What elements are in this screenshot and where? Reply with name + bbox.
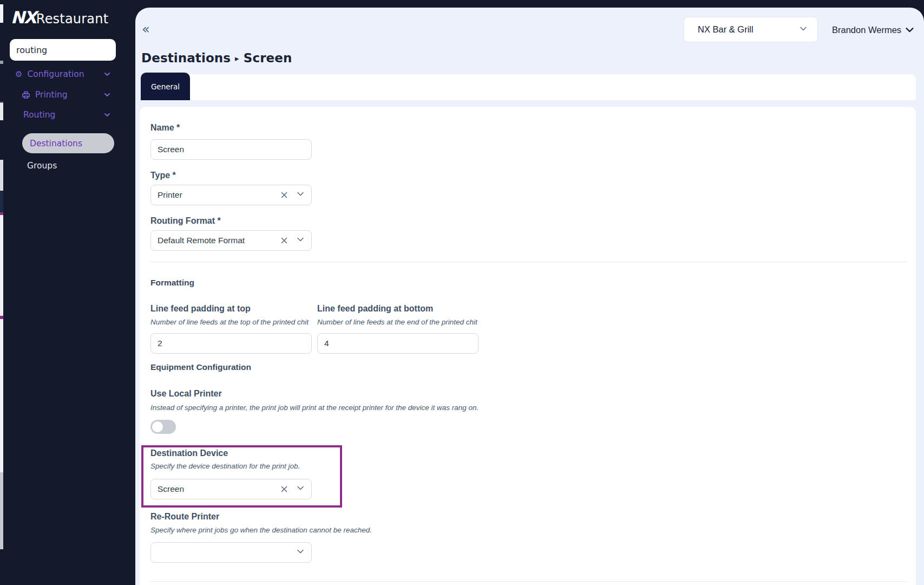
section-divider: [150, 262, 907, 262]
background-page-sliver: [0, 472, 3, 549]
background-page-sliver: [0, 215, 3, 316]
chevron-down-icon[interactable]: [296, 547, 305, 558]
sidebar: NXRestaurant ⚙ Configuration Printing Ro…: [0, 0, 135, 585]
line-feed-bottom-help: Number of line feeds at the end of the p…: [317, 318, 477, 326]
chevron-down-icon: [103, 70, 111, 80]
line-feed-bottom-label: Line feed padding at bottom: [317, 304, 433, 314]
tab-general[interactable]: General: [141, 73, 190, 100]
section-divider: [150, 581, 907, 582]
reroute-printer-select[interactable]: [150, 542, 312, 563]
printer-icon: [22, 90, 30, 99]
tab-label: General: [151, 82, 180, 91]
line-feed-top-help: Number of line feeds at the top of the p…: [150, 318, 309, 326]
sidebar-item-groups[interactable]: Groups: [27, 161, 57, 171]
toggle-knob: [152, 421, 163, 432]
sidebar-item-destinations[interactable]: Destinations: [22, 133, 114, 153]
use-local-printer-toggle[interactable]: [150, 420, 176, 434]
sidebar-item-label: Routing: [23, 110, 55, 120]
sidebar-item-printing[interactable]: Printing: [22, 88, 111, 102]
destination-device-select-value: Screen: [158, 484, 280, 494]
reroute-printer-help: Specify where print jobs go when the des…: [150, 526, 372, 534]
background-page-sliver: [0, 61, 3, 64]
routing-format-select[interactable]: Default Remote Format: [150, 230, 312, 251]
user-name: Brandon Wermes: [832, 25, 901, 35]
formatting-heading: Formatting: [150, 278, 194, 288]
sidebar-item-label: Configuration: [27, 69, 84, 79]
logo-restaurant-text: Restaurant: [36, 11, 108, 27]
line-feed-bottom-input[interactable]: [317, 333, 479, 354]
line-feed-top-input[interactable]: [150, 333, 312, 354]
user-menu[interactable]: Brandon Wermes: [832, 23, 914, 37]
chevron-down-icon: [799, 24, 808, 35]
tab-bar: [141, 74, 916, 100]
line-feed-top-label: Line feed padding at top: [150, 304, 251, 314]
background-page-sliver: [0, 191, 3, 212]
destination-device-label: Destination Device: [150, 448, 228, 458]
destination-device-select[interactable]: Screen: [150, 479, 312, 499]
sidebar-search-input[interactable]: [10, 39, 116, 61]
chevron-down-icon: [905, 25, 914, 35]
store-selector[interactable]: NX Bar & Grill: [684, 17, 818, 42]
type-label: Type *: [150, 171, 176, 180]
chevron-down-icon[interactable]: [296, 190, 305, 200]
chevron-down-icon[interactable]: [296, 484, 305, 495]
name-label: Name *: [150, 123, 180, 133]
use-local-printer-label: Use Local Printer: [150, 389, 222, 399]
clear-icon[interactable]: [280, 485, 289, 493]
chevron-down-icon: [103, 91, 111, 101]
use-local-printer-help: Instead of specifying a printer, the pri…: [150, 404, 479, 412]
collapse-sidebar-button[interactable]: «: [142, 22, 150, 37]
routing-format-label: Routing Format *: [150, 216, 221, 226]
clear-icon[interactable]: [280, 236, 289, 245]
chevron-down-icon[interactable]: [296, 235, 305, 246]
type-select-value: Printer: [158, 190, 280, 200]
destination-device-help: Specify the device destination for the p…: [150, 462, 300, 470]
sidebar-item-configuration[interactable]: ⚙ Configuration: [15, 67, 111, 81]
sidebar-item-label: Groups: [27, 161, 57, 171]
gear-icon: ⚙: [15, 70, 22, 79]
background-page-sliver: [0, 160, 3, 191]
app-logo: NXRestaurant: [11, 8, 108, 27]
store-selector-value: NX Bar & Grill: [698, 24, 799, 35]
reroute-printer-label: Re-Route Printer: [150, 512, 219, 522]
breadcrumb-current: Screen: [244, 51, 292, 65]
sidebar-item-label: Destinations: [30, 139, 82, 148]
breadcrumb-separator-icon: ▸: [235, 54, 239, 63]
form-card: Name * Type * Printer Routing Format * D…: [140, 107, 916, 585]
type-select[interactable]: Printer: [150, 185, 312, 205]
chevron-down-icon: [103, 111, 111, 121]
name-input[interactable]: [150, 139, 312, 160]
breadcrumb-parent: Destinations: [141, 51, 231, 65]
background-page-sliver: [0, 4, 3, 23]
equipment-configuration-heading: Equipment Configuration: [150, 362, 251, 372]
background-page-sliver: [0, 319, 3, 472]
clear-icon[interactable]: [280, 191, 289, 199]
routing-format-select-value: Default Remote Format: [158, 236, 280, 245]
main-panel: « NX Bar & Grill Brandon Wermes Destinat…: [135, 8, 924, 585]
sidebar-item-routing[interactable]: Routing: [23, 108, 111, 122]
sidebar-item-label: Printing: [35, 90, 68, 100]
logo-nx-mark: NX: [11, 8, 36, 27]
breadcrumb: Destinations▸Screen: [141, 51, 292, 65]
background-page-sliver: [0, 102, 3, 120]
